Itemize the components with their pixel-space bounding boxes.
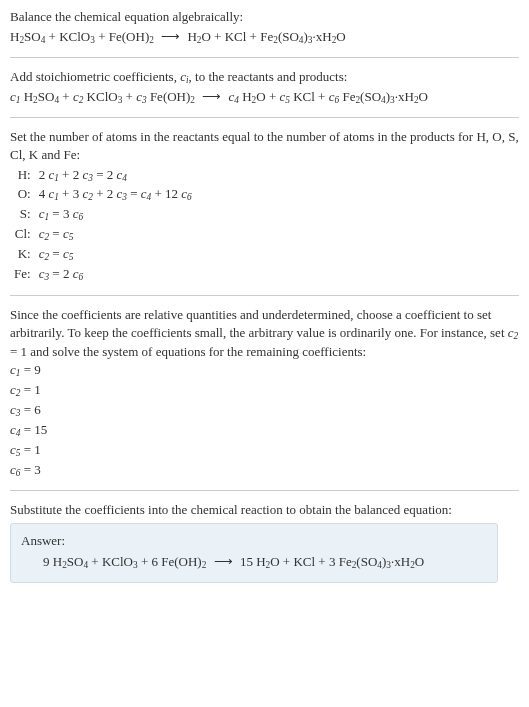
element-label: Fe: [10,265,35,285]
species-kcl: KCl [225,29,247,44]
species-fe2so43: Fe2(SO4)3·xH2O [260,29,346,44]
table-row: H: 2 c1 + 2 c3 = 2 c4 [10,166,196,186]
atoms-section: Set the number of atoms in the reactants… [10,128,519,285]
coef-row: c3 = 6 [10,401,519,420]
unbalanced-equation: H2SO4 + KClO3 + Fe(OH)2 ⟶ H2O + KCl + Fe… [10,28,519,47]
divider [10,295,519,296]
element-label: S: [10,205,35,225]
atom-eq: 4 c1 + 3 c2 + 2 c3 = c4 + 12 c6 [35,185,196,205]
arrow-icon: ⟶ [157,28,184,46]
species-h2so4: H2SO4 [10,29,45,44]
element-label: H: [10,166,35,186]
table-row: K: c2 = c5 [10,245,196,265]
element-label: Cl: [10,225,35,245]
coef-list: c1 = 9 c2 = 1 c3 = 6 c4 = 15 c5 = 1 c6 =… [10,361,519,480]
intro-section: Balance the chemical equation algebraica… [10,8,519,47]
stoich-section: Add stoichiometric coefficients, ci, to … [10,68,519,108]
answer-label: Answer: [21,532,487,550]
element-label: O: [10,185,35,205]
divider [10,117,519,118]
subst-section: Substitute the coefficients into the che… [10,501,519,583]
atoms-table: H: 2 c1 + 2 c3 = 2 c4 O: 4 c1 + 3 c2 + 2… [10,166,196,286]
atom-eq: c3 = 2 c6 [35,265,196,285]
table-row: S: c1 = 3 c6 [10,205,196,225]
species-feoh2: Fe(OH)2 [109,29,154,44]
underdet-section: Since the coefficients are relative quan… [10,306,519,480]
intro-text: Balance the chemical equation algebraica… [10,8,519,26]
atom-eq: c2 = c5 [35,245,196,265]
species-kclo3: KClO3 [59,29,95,44]
arrow-icon: ⟶ [198,88,225,106]
coef-row: c4 = 15 [10,421,519,440]
table-row: O: 4 c1 + 3 c2 + 2 c3 = c4 + 12 c6 [10,185,196,205]
table-row: Cl: c2 = c5 [10,225,196,245]
divider [10,57,519,58]
subst-text: Substitute the coefficients into the che… [10,501,519,519]
atoms-intro: Set the number of atoms in the reactants… [10,128,519,163]
coef-row: c1 = 9 [10,361,519,380]
atom-eq: c1 = 3 c6 [35,205,196,225]
coef-row: c2 = 1 [10,381,519,400]
underdet-text: Since the coefficients are relative quan… [10,306,519,360]
coef-row: c5 = 1 [10,441,519,460]
balanced-equation: 9 H2SO4 + KClO3 + 6 Fe(OH)2 ⟶ 15 H2O + K… [21,553,487,572]
atom-eq: c2 = c5 [35,225,196,245]
stoich-equation: c1 H2SO4 + c2 KClO3 + c3 Fe(OH)2 ⟶ c4 H2… [10,88,519,107]
atom-eq: 2 c1 + 2 c3 = 2 c4 [35,166,196,186]
table-row: Fe: c3 = 2 c6 [10,265,196,285]
answer-box: Answer: 9 H2SO4 + KClO3 + 6 Fe(OH)2 ⟶ 15… [10,523,498,584]
element-label: K: [10,245,35,265]
species-h2o: H2O [187,29,210,44]
arrow-icon: ⟶ [210,553,237,571]
divider [10,490,519,491]
stoich-text: Add stoichiometric coefficients, ci, to … [10,68,519,87]
coef-row: c6 = 3 [10,461,519,480]
